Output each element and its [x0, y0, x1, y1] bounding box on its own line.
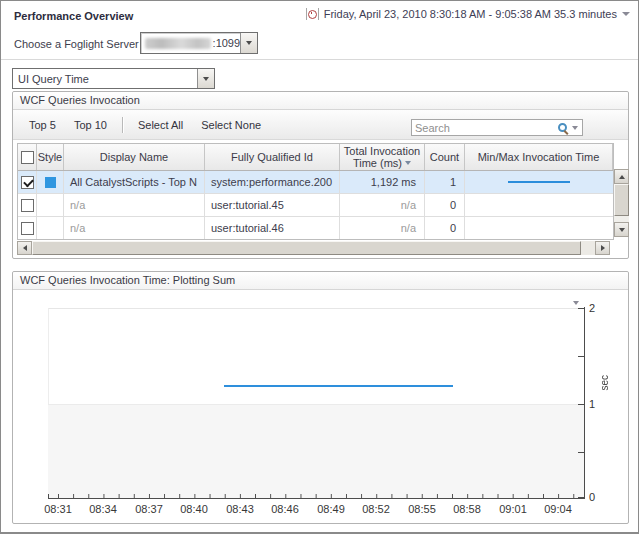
x-axis-label: 08:49	[317, 503, 345, 515]
y-tick	[578, 452, 585, 453]
x-axis-line	[48, 498, 585, 499]
server-name-redacted	[145, 38, 211, 49]
column-header-total-time[interactable]: Total Invocation Time (ms)	[340, 144, 425, 170]
table-header-row: Style Display Name Fully Qualified Id To…	[18, 144, 613, 171]
chevron-down-icon	[622, 12, 630, 16]
search-options-chevron-icon[interactable]	[572, 126, 578, 130]
chevron-down-icon	[573, 301, 579, 305]
scroll-right-button[interactable]	[595, 241, 610, 255]
y-tick	[578, 497, 585, 498]
x-axis-label: 08:37	[135, 503, 163, 515]
y-tick	[578, 356, 585, 357]
page-title: Performance Overview	[14, 10, 133, 22]
metric-select[interactable]: UI Query Time	[12, 68, 215, 89]
select-none-button[interactable]: Select None	[192, 114, 270, 136]
chevron-down-icon	[246, 41, 252, 45]
table-row[interactable]: All CatalystScripts - Top N system:perfo…	[18, 171, 613, 194]
server-port: :1099	[213, 37, 241, 49]
column-header-count[interactable]: Count	[425, 144, 465, 170]
arrow-down-icon	[619, 228, 625, 232]
scroll-up-button[interactable]	[614, 169, 629, 184]
column-header-minmax[interactable]: Min/Max Invocation Time	[465, 144, 613, 170]
display-name-cell: All CatalystScripts - Top N	[64, 171, 205, 193]
y-axis-label: 1	[589, 398, 595, 410]
plotting-sum-panel: WCF Queries Invocation Time: Plotting Su…	[12, 271, 629, 524]
fqid-cell: system:performance.200	[205, 171, 340, 193]
top5-button[interactable]: Top 5	[20, 114, 65, 136]
y-axis-label: 2	[589, 302, 595, 314]
panel-title: WCF Queries Invocation Time: Plotting Su…	[13, 272, 628, 290]
y-axis-line	[584, 307, 585, 498]
table-row[interactable]: n/a user:tutorial.46 n/a 0	[18, 217, 613, 239]
column-header-display-name[interactable]: Display Name	[64, 144, 205, 170]
select-all-button[interactable]: Select All	[129, 114, 192, 136]
count-cell: 0	[425, 217, 465, 239]
row-checkbox[interactable]	[21, 176, 34, 189]
metric-select-arrow-button[interactable]	[197, 69, 214, 88]
fqid-cell: user:tutorial.46	[205, 217, 340, 239]
clock-icon	[306, 8, 319, 20]
chevron-down-icon	[203, 77, 209, 81]
panel-title: WCF Queries Invocation	[13, 92, 628, 110]
minmax-cell	[465, 194, 613, 216]
x-axis-label: 08:40	[180, 503, 208, 515]
arrow-left-icon	[23, 245, 27, 251]
sort-desc-icon	[405, 161, 411, 165]
vertical-scrollbar[interactable]	[614, 169, 629, 237]
x-axis-edge-tick	[48, 494, 49, 498]
scroll-down-button[interactable]	[614, 222, 629, 237]
fqid-cell: user:tutorial.45	[205, 194, 340, 216]
search-box[interactable]	[411, 119, 583, 136]
wcf-queries-invocation-panel: WCF Queries Invocation Top 5 Top 10 Sele…	[12, 91, 629, 259]
series-line-all-catalystscripts	[224, 385, 453, 387]
time-range-selector[interactable]: Friday, April 23, 2010 8:30:18 AM - 9:05…	[306, 8, 630, 20]
metric-select-value: UI Query Time	[18, 73, 89, 85]
horizontal-scrollbar-track[interactable]	[581, 241, 595, 255]
server-select-arrow-button[interactable]	[240, 33, 257, 53]
count-cell: 1	[425, 171, 465, 193]
top10-button[interactable]: Top 10	[65, 114, 116, 136]
count-cell: 0	[425, 194, 465, 216]
toolbar-divider	[122, 117, 123, 133]
server-chooser-label: Choose a Foglight Server	[14, 38, 139, 50]
vertical-scrollbar-thumb[interactable]	[614, 184, 629, 216]
x-axis-minor-ticks	[48, 494, 585, 498]
series-color-swatch	[45, 177, 56, 188]
header-checkbox[interactable]	[21, 151, 34, 164]
x-axis-label: 08:34	[89, 503, 117, 515]
y-tick	[578, 308, 585, 309]
x-axis-label: 08:43	[226, 503, 254, 515]
header-divider	[1, 59, 638, 60]
total-time-cell: 1,192 ms	[340, 171, 425, 193]
search-icon[interactable]	[557, 122, 569, 134]
search-input[interactable]	[412, 121, 557, 134]
y-tick	[578, 404, 585, 405]
column-header-fqid[interactable]: Fully Qualified Id	[205, 144, 340, 170]
queries-table: Style Display Name Fully Qualified Id To…	[17, 143, 614, 240]
display-name-cell: n/a	[64, 217, 205, 239]
x-axis-label: 08:46	[271, 503, 299, 515]
server-select[interactable]: :1099	[140, 32, 258, 54]
x-axis-label: 08:55	[408, 503, 436, 515]
x-axis-label: 08:58	[453, 503, 481, 515]
scroll-left-button[interactable]	[17, 241, 32, 255]
total-time-cell: n/a	[340, 194, 425, 216]
row-checkbox[interactable]	[21, 222, 34, 235]
time-plot-chart: 2 1 0 sec 08:31 08:34 08:37 08:40 08:43 …	[13, 291, 628, 523]
plot-band-0-1	[48, 404, 584, 498]
horizontal-scrollbar[interactable]	[17, 241, 610, 255]
y-axis-unit: sec	[599, 375, 610, 391]
chart-options-menu-icon[interactable]	[569, 292, 583, 304]
x-axis-label: 09:04	[544, 503, 572, 515]
row-checkbox[interactable]	[21, 199, 34, 212]
performance-overview-page: Performance Overview Friday, April 23, 2…	[0, 0, 639, 534]
horizontal-scrollbar-thumb[interactable]	[32, 241, 581, 255]
time-range-label: Friday, April 23, 2010 8:30:18 AM - 9:05…	[324, 8, 617, 20]
total-time-cell: n/a	[340, 217, 425, 239]
x-axis-label: 09:01	[499, 503, 527, 515]
display-name-cell: n/a	[64, 194, 205, 216]
select-all-checkbox-cell[interactable]	[18, 144, 37, 170]
table-row[interactable]: n/a user:tutorial.45 n/a 0	[18, 194, 613, 217]
arrow-right-icon	[601, 245, 605, 251]
column-header-style[interactable]: Style	[37, 144, 64, 170]
